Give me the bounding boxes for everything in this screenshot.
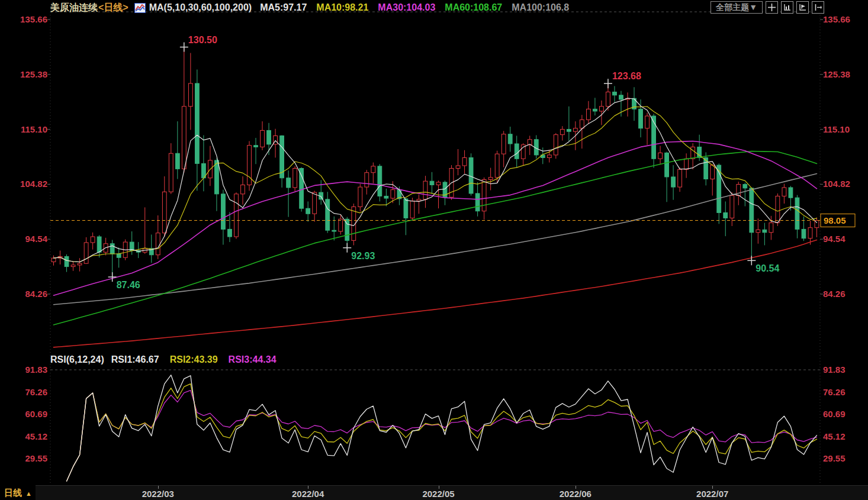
candle bbox=[378, 166, 382, 196]
candle bbox=[188, 83, 192, 107]
time-axis-label: 2022/07 bbox=[689, 489, 736, 499]
candle bbox=[554, 135, 558, 155]
candle bbox=[678, 169, 682, 187]
candle bbox=[234, 194, 239, 237]
candle bbox=[560, 130, 564, 135]
time-axis-label: 2022/06 bbox=[552, 489, 599, 499]
candle bbox=[423, 181, 427, 199]
candle bbox=[724, 212, 728, 218]
candle bbox=[743, 185, 747, 188]
candle bbox=[482, 179, 486, 211]
header-toolbar: 全部主题▼ bbox=[711, 1, 824, 14]
rsi-axis-label: 60.69 bbox=[25, 409, 47, 419]
ma-overlays bbox=[54, 98, 817, 347]
candle bbox=[300, 168, 304, 208]
candle bbox=[195, 83, 199, 163]
candle bbox=[730, 196, 734, 218]
candle bbox=[488, 178, 493, 180]
price-axis-label: 135.66 bbox=[20, 14, 47, 24]
candle bbox=[175, 153, 179, 169]
candle bbox=[606, 92, 610, 106]
price-axis-label: 125.38 bbox=[20, 69, 47, 79]
candle bbox=[704, 157, 708, 179]
candle bbox=[795, 198, 799, 229]
candle bbox=[508, 134, 512, 144]
rsi6-line bbox=[67, 375, 817, 482]
candle bbox=[639, 109, 643, 128]
chart-canvas[interactable]: 135.66135.66125.38125.38115.10115.10104.… bbox=[0, 0, 868, 485]
candle bbox=[306, 208, 310, 214]
candle bbox=[567, 130, 571, 132]
chart-header: 美原油连续 <日线> MA(5,10,30,60,100,200) MA5:97… bbox=[0, 0, 868, 15]
candle bbox=[365, 173, 369, 187]
candle bbox=[339, 219, 343, 231]
candle bbox=[586, 109, 590, 120]
candle bbox=[776, 196, 780, 222]
candle bbox=[600, 107, 604, 111]
candle bbox=[267, 130, 271, 144]
price-axis-label: 84.26 bbox=[25, 289, 47, 299]
candle bbox=[384, 196, 388, 198]
candle bbox=[456, 166, 460, 169]
price-annotation: 130.50 bbox=[188, 35, 217, 45]
candlesticks bbox=[52, 47, 819, 278]
period-up-arrow-icon: ▲ bbox=[25, 490, 32, 497]
chart-logo-icon bbox=[134, 3, 146, 13]
candle bbox=[763, 230, 767, 233]
price-annotation: 92.93 bbox=[351, 251, 375, 261]
candle bbox=[495, 154, 499, 178]
time-axis: 2022/032022/042022/052022/062022/07 日线▲ bbox=[0, 485, 868, 500]
candle bbox=[358, 187, 362, 207]
candle bbox=[332, 230, 336, 231]
rsi-axis-label: 29.55 bbox=[25, 453, 47, 463]
candle bbox=[665, 153, 669, 177]
candle bbox=[501, 134, 506, 154]
price-axis-label: 104.82 bbox=[20, 179, 47, 189]
rsi3-value: RSI3:44.34 bbox=[229, 354, 277, 365]
axis-scale-button[interactable] bbox=[781, 1, 793, 14]
symbol-title: 美原油连续 bbox=[50, 2, 98, 14]
candle bbox=[241, 185, 245, 193]
crosshair-button[interactable] bbox=[766, 1, 778, 14]
candle bbox=[293, 168, 297, 187]
candle bbox=[469, 157, 473, 193]
theme-dropdown-button[interactable]: 全部主题▼ bbox=[711, 1, 763, 14]
rsi1-value: RSI1:46.67 bbox=[111, 354, 159, 365]
ma30-line bbox=[54, 141, 817, 296]
candle bbox=[97, 237, 101, 252]
candle bbox=[593, 109, 597, 111]
ma100-value: MA100:106.8 bbox=[512, 2, 569, 13]
period-tag: <日线> bbox=[98, 2, 128, 14]
candle bbox=[78, 263, 82, 265]
candle bbox=[371, 166, 375, 173]
ma60-value: MA60:108.67 bbox=[445, 2, 502, 13]
candle bbox=[436, 182, 441, 185]
period-selector[interactable]: 日线▲ bbox=[4, 488, 32, 499]
candle bbox=[410, 201, 414, 218]
candle bbox=[645, 116, 650, 128]
price-axis-label: 104.82 bbox=[823, 179, 850, 189]
candle bbox=[65, 256, 69, 266]
candle bbox=[391, 190, 395, 198]
ma-settings-label: MA(5,10,30,60,100,200) bbox=[149, 2, 252, 13]
pan-right-icon bbox=[814, 4, 822, 11]
price-axis-label: 115.10 bbox=[21, 124, 47, 134]
candle bbox=[313, 192, 317, 214]
candle bbox=[254, 146, 258, 147]
rsi-axis-label: 29.55 bbox=[823, 453, 846, 463]
candle bbox=[169, 153, 173, 192]
candle bbox=[247, 146, 252, 185]
axes bbox=[47, 12, 823, 484]
axis-flag-button[interactable] bbox=[796, 1, 809, 14]
candle bbox=[769, 223, 773, 233]
rsi-header: RSI(6,12,24) RSI1:46.67 RSI2:43.39 RSI3:… bbox=[50, 354, 287, 365]
candle bbox=[671, 177, 676, 187]
price-annotation: 90.54 bbox=[756, 263, 779, 273]
axis-flag-icon bbox=[799, 4, 806, 11]
pan-right-button[interactable] bbox=[812, 1, 824, 14]
candle bbox=[221, 194, 226, 230]
candle bbox=[162, 192, 166, 233]
rsi-axis-label: 91.83 bbox=[823, 364, 846, 375]
candle bbox=[91, 237, 95, 243]
price-axis-label: 94.54 bbox=[823, 234, 846, 244]
